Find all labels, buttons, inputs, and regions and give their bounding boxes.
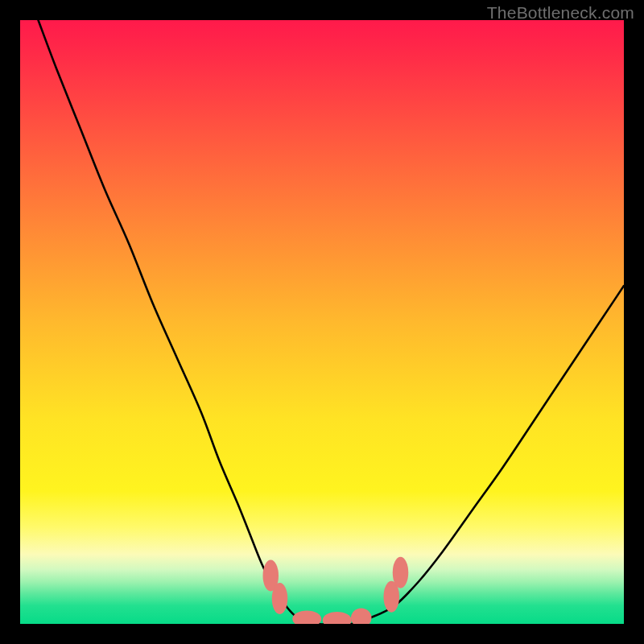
data-marker (323, 612, 352, 624)
plot-area (20, 20, 624, 624)
data-marker (292, 610, 321, 624)
data-markers (263, 557, 409, 624)
data-marker (393, 557, 409, 588)
bottleneck-curve (39, 20, 625, 624)
chart-frame: TheBottleneck.com (0, 0, 644, 644)
watermark-text: TheBottleneck.com (487, 3, 634, 23)
data-marker (272, 583, 288, 614)
curve-layer (20, 20, 624, 624)
data-marker (351, 609, 372, 625)
